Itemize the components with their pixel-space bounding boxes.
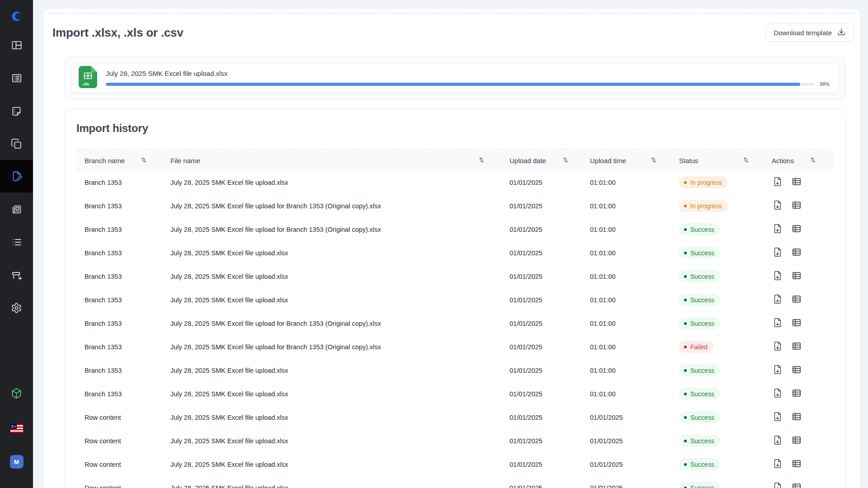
column-header-branch-name[interactable]: Branch name bbox=[76, 150, 160, 171]
view-table-button[interactable] bbox=[791, 387, 802, 400]
actions-cell bbox=[756, 270, 834, 283]
status-badge: Success bbox=[679, 317, 720, 329]
download-file-button[interactable] bbox=[772, 340, 783, 353]
file-download-icon bbox=[773, 177, 783, 188]
dropzone-dashed-border bbox=[48, 13, 856, 14]
sidebar-item-packages[interactable] bbox=[0, 377, 33, 409]
sidebar-item-bullet-list[interactable] bbox=[0, 226, 33, 258]
status-label: Success bbox=[690, 414, 714, 421]
column-header-upload-time[interactable]: Upload time bbox=[582, 150, 670, 171]
file-download-icon bbox=[773, 294, 783, 305]
download-template-button[interactable]: Download template bbox=[765, 23, 854, 42]
sort-icon[interactable] bbox=[563, 157, 568, 164]
view-table-button[interactable] bbox=[791, 364, 802, 377]
status-label: Success bbox=[690, 320, 714, 327]
sidebar-item-settings[interactable] bbox=[0, 291, 33, 324]
column-label: Upload date bbox=[509, 157, 546, 164]
table-icon bbox=[792, 200, 802, 211]
download-file-button[interactable] bbox=[772, 293, 783, 306]
view-table-button[interactable] bbox=[791, 270, 802, 283]
file-download-icon bbox=[773, 271, 783, 282]
sort-icon[interactable] bbox=[651, 157, 656, 164]
download-file-button[interactable] bbox=[772, 246, 783, 259]
progress-track bbox=[106, 83, 814, 86]
column-label: File name bbox=[170, 157, 200, 164]
sort-icon[interactable] bbox=[810, 157, 816, 164]
view-table-button[interactable] bbox=[791, 223, 802, 236]
view-table-button[interactable] bbox=[791, 176, 802, 189]
sidebar-item-news[interactable] bbox=[0, 193, 33, 225]
status-cell: Success bbox=[670, 247, 756, 259]
download-file-button[interactable] bbox=[772, 223, 783, 236]
status-dot-icon bbox=[684, 346, 687, 348]
download-file-button[interactable] bbox=[772, 434, 783, 447]
download-file-button[interactable] bbox=[772, 317, 783, 330]
actions-cell bbox=[756, 199, 834, 212]
upload-date-cell: 01/01/2025 bbox=[500, 414, 582, 421]
upload-date-cell: 01/01/2025 bbox=[500, 202, 582, 210]
table-icon bbox=[792, 412, 802, 423]
sidebar-item-documents[interactable] bbox=[0, 95, 33, 127]
download-file-button[interactable] bbox=[772, 458, 783, 471]
branch-name-cell: Branch 1353 bbox=[76, 367, 160, 374]
sidebar-item-list[interactable] bbox=[0, 62, 33, 94]
file-download-icon bbox=[773, 247, 783, 258]
file-name-cell: July 28, 2025 SMK Excel file upload.xlsx bbox=[160, 249, 500, 257]
sidebar-item-copies[interactable] bbox=[0, 127, 33, 160]
actions-cell bbox=[756, 340, 834, 353]
user-avatar[interactable]: M bbox=[0, 446, 33, 478]
file-download-icon bbox=[773, 341, 783, 352]
branch-name-cell: Branch 1353 bbox=[76, 226, 160, 233]
branch-name-cell: Row content bbox=[76, 484, 160, 488]
branch-name-cell: Branch 1353 bbox=[76, 273, 160, 280]
column-header-file-name[interactable]: File name bbox=[160, 150, 500, 171]
status-badge: In progress bbox=[679, 200, 728, 212]
status-label: Success bbox=[690, 390, 714, 398]
download-template-label: Download template bbox=[774, 29, 832, 37]
sidebar-item-dashboard[interactable] bbox=[0, 29, 33, 61]
upload-date-cell: 01/01/2025 bbox=[500, 320, 582, 327]
package-cube-icon bbox=[10, 387, 23, 399]
download-file-button[interactable] bbox=[772, 176, 783, 189]
sidebar-item-import-active[interactable] bbox=[0, 160, 33, 192]
view-table-button[interactable] bbox=[791, 317, 802, 330]
download-file-button[interactable] bbox=[772, 387, 783, 400]
branch-name-cell: Row content bbox=[76, 414, 160, 421]
status-badge: Success bbox=[679, 294, 720, 306]
column-header-upload-date[interactable]: Upload date bbox=[500, 150, 582, 171]
sort-icon[interactable] bbox=[479, 157, 484, 164]
sort-icon[interactable] bbox=[743, 157, 749, 164]
column-label: Branch name bbox=[85, 157, 125, 164]
sidebar-item-add-table[interactable] bbox=[0, 259, 33, 292]
view-table-button[interactable] bbox=[791, 293, 802, 306]
download-file-button[interactable] bbox=[772, 481, 783, 488]
view-table-button[interactable] bbox=[791, 411, 802, 424]
view-table-button[interactable] bbox=[791, 481, 802, 488]
sidebar: M bbox=[0, 0, 33, 488]
table-row: Branch 1353 July 28, 2025 SMK Excel file… bbox=[76, 171, 834, 194]
status-dot-icon bbox=[684, 463, 687, 466]
view-table-button[interactable] bbox=[791, 458, 802, 471]
status-cell: Success bbox=[670, 388, 756, 400]
branch-name-cell: Branch 1353 bbox=[76, 343, 160, 351]
malaysia-flag-icon bbox=[10, 424, 23, 433]
column-header-actions[interactable]: Actions bbox=[756, 150, 834, 171]
download-file-button[interactable] bbox=[772, 364, 783, 377]
upload-info: July 28, 2025 SMK Excel file upload.xlsx… bbox=[106, 69, 830, 87]
download-file-button[interactable] bbox=[772, 411, 783, 424]
table-icon bbox=[792, 224, 802, 235]
download-file-button[interactable] bbox=[772, 270, 783, 283]
app-logo[interactable] bbox=[0, 0, 33, 33]
view-table-button[interactable] bbox=[791, 340, 802, 353]
download-file-button[interactable] bbox=[772, 199, 783, 212]
branch-name-cell: Branch 1353 bbox=[76, 249, 160, 257]
language-selector[interactable] bbox=[0, 412, 33, 445]
sort-icon[interactable] bbox=[141, 157, 146, 164]
file-name-cell: July 28, 2025 SMK Excel file upload.xlsx bbox=[160, 273, 500, 280]
view-table-button[interactable] bbox=[791, 199, 802, 212]
status-badge: In progress bbox=[679, 176, 728, 188]
column-header-status[interactable]: Status bbox=[670, 150, 756, 171]
view-table-button[interactable] bbox=[791, 434, 802, 447]
view-table-button[interactable] bbox=[791, 246, 802, 259]
upload-time-cell: 01:01:00 bbox=[582, 390, 670, 398]
